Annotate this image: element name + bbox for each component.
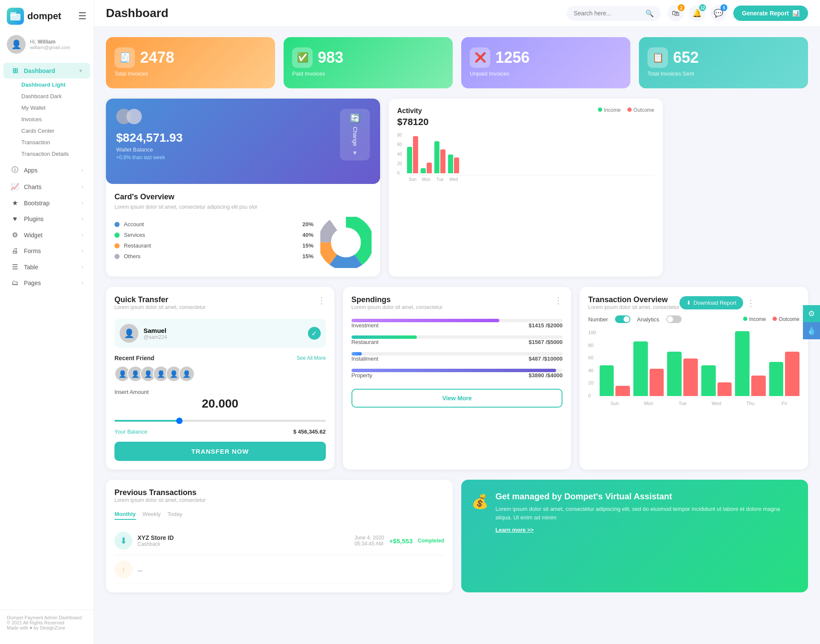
content-area: 🧾 2478 Total Invoices ✅ 983 Paid Invoice…: [94, 27, 820, 603]
pt-tab-weekly[interactable]: Weekly: [143, 511, 161, 520]
download-icon: ⬇: [686, 300, 691, 306]
svg-point-6: [334, 230, 358, 254]
activity-chart-container: 80 60 40 20 0: [397, 133, 654, 182]
pt-tabs: Monthly Weekly Today: [114, 511, 444, 520]
va-title: Get managed by Dompet's Virtual Assistan…: [495, 492, 798, 501]
widget-icon: ⚙: [10, 231, 20, 239]
notifications-badge: 12: [699, 4, 706, 11]
generate-report-button[interactable]: Generate Report 📊: [733, 6, 808, 21]
others-dot: [114, 254, 120, 259]
user-info: Hi, William william@gmail.com: [30, 39, 70, 50]
amount-slider[interactable]: [114, 420, 326, 422]
forms-arrow: ›: [82, 248, 83, 254]
view-more-button[interactable]: View More: [351, 389, 563, 408]
pt-tab-monthly[interactable]: Monthly: [114, 511, 136, 520]
pt-tab-today[interactable]: Today: [167, 511, 182, 520]
amount-display: 20.000: [114, 397, 326, 411]
friend-6[interactable]: 👤: [179, 366, 195, 382]
big-bar-mon-income: [633, 341, 648, 396]
sidebar-item-widget[interactable]: ⚙ Widget ›: [3, 227, 90, 243]
person-name: Samuel: [144, 327, 167, 334]
activity-chart: Sun Mon Tue Wed: [407, 133, 654, 182]
sidebar-item-table[interactable]: ☰ Table ›: [3, 259, 90, 275]
analytics-toggle[interactable]: [666, 315, 682, 323]
trans-chart-container: 100 80 60 40 20 0: [588, 330, 800, 406]
sidebar-item-dashboard[interactable]: ⊞ Dashboard ▼: [3, 63, 90, 79]
submenu-item-transaction[interactable]: Transaction: [18, 137, 94, 148]
wallet-cards-section: $824,571.93 Wallet Balance +0.8% than la…: [106, 99, 380, 277]
check-icon: ✓: [308, 327, 321, 340]
sidebar-item-bootstrap[interactable]: ★ Bootstrap ›: [3, 195, 90, 211]
wallet-label: Wallet Balance: [116, 146, 335, 153]
download-report-button[interactable]: ⬇ Download Report: [679, 296, 743, 309]
transaction-bar-chart: [600, 330, 800, 398]
submenu-item-transaction-details[interactable]: Transaction Details: [18, 148, 94, 160]
restaurant-bar-bg: [351, 335, 563, 339]
see-all-link[interactable]: See All More: [297, 355, 326, 361]
more-options-icon[interactable]: ⋮: [317, 295, 326, 306]
trans-more-icon[interactable]: ⋮: [747, 298, 755, 308]
trans-icon-2: ↑: [114, 560, 132, 578]
big-bar-fri-outcome: [785, 352, 800, 396]
search-input[interactable]: [574, 10, 642, 17]
pie-chart: [320, 217, 372, 268]
sidebar-item-charts[interactable]: 📈 Charts ›: [3, 179, 90, 195]
person-details: Samuel @sam224: [144, 327, 167, 340]
pt-title: Previous Transactions: [114, 488, 205, 497]
number-toggle[interactable]: [615, 315, 630, 323]
bottom-row: Quick Transfer Lorem ipsum dolor sit ame…: [106, 287, 808, 469]
quick-transfer-card: Quick Transfer Lorem ipsum dolor sit ame…: [106, 287, 334, 469]
toggle-row: Number Analytics Income Outcome: [588, 315, 800, 323]
big-bar-sun: [600, 365, 630, 396]
submenu-item-dashboard-dark[interactable]: Dashboard Dark: [18, 90, 94, 102]
forms-label: Forms: [24, 248, 41, 254]
spendings-more-icon[interactable]: ⋮: [554, 295, 562, 306]
settings-fab[interactable]: ⚙: [803, 305, 820, 322]
investment-bar: [351, 319, 499, 322]
trans-status-xyz: Completed: [418, 538, 444, 544]
trans-outcome-dot: [773, 317, 777, 321]
activity-y-axis: 80 60 40 20 0: [397, 133, 402, 175]
charts-label: Charts: [24, 184, 41, 190]
hamburger-menu[interactable]: ☰: [78, 11, 87, 22]
activity-legend: Income Outcome: [598, 107, 654, 113]
spendings-subtitle: Lorem ipsum dolor sit amet, consectetur: [351, 304, 442, 310]
dashboard-arrow: ▼: [78, 68, 83, 74]
sidebar-item-forms[interactable]: 🖨 Forms ›: [3, 243, 90, 259]
messages-icon-btn[interactable]: 💬 5: [710, 5, 726, 21]
transfer-now-button[interactable]: TRANSFER NOW: [114, 442, 326, 461]
plugins-label: Plugins: [24, 216, 44, 222]
main-content: Dashboard 🔍 🛍 2 🔔 12 💬 5 Generate Report…: [94, 0, 820, 644]
middle-row: $824,571.93 Wallet Balance +0.8% than la…: [106, 99, 808, 277]
trans-icon-cashback: ⬇: [114, 532, 132, 550]
notifications-icon-btn[interactable]: 🔔 12: [689, 5, 705, 21]
user-avatar: 👤: [7, 35, 26, 54]
va-learn-more[interactable]: Learn more >>: [495, 527, 798, 533]
wallet-change-btn[interactable]: 🔄 Change ▼: [340, 109, 370, 160]
water-fab[interactable]: 💧: [803, 322, 820, 339]
submenu-item-cards-center[interactable]: Cards Center: [18, 125, 94, 137]
overview-others: Others 15%: [114, 253, 313, 259]
search-bar[interactable]: 🔍: [567, 6, 661, 21]
wallet-info: $824,571.93 Wallet Balance +0.8% than la…: [116, 109, 335, 160]
big-bar-tue: [667, 352, 697, 396]
dashboard-icon: ⊞: [10, 67, 20, 75]
big-bar-thu-outcome: [751, 376, 766, 396]
table-arrow: ›: [82, 264, 83, 270]
sidebar-item-apps[interactable]: ⓘ Apps ›: [3, 162, 90, 178]
shopping-icon-btn[interactable]: 🛍 2: [668, 5, 684, 21]
sidebar-item-pages[interactable]: 🗂 Pages ›: [3, 275, 90, 291]
submenu-item-my-wallet[interactable]: My Wallet: [18, 102, 94, 114]
bar-group-mon: [421, 163, 432, 173]
overview-restaurant: Restaurant 15%: [114, 242, 313, 249]
right-fab-buttons: ⚙ 💧: [803, 305, 820, 339]
sidebar-item-plugins[interactable]: ♥ Plugins ›: [3, 211, 90, 227]
person-avatar: 👤: [120, 324, 138, 343]
submenu-item-dashboard-light[interactable]: Dashboard Light: [18, 79, 94, 90]
slider-container: [114, 416, 326, 423]
overview-services: Services 40%: [114, 232, 313, 238]
bar-sun-income: [407, 147, 412, 173]
submenu-item-invoices[interactable]: Invoices: [18, 114, 94, 125]
apps-label: Apps: [24, 167, 38, 174]
trans-item-2: ↑ ...: [114, 555, 444, 584]
